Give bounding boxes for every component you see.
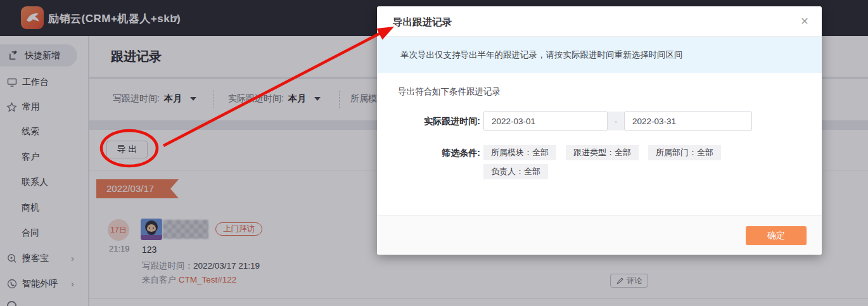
- chip-owner[interactable]: 负责人：全部: [483, 164, 548, 179]
- close-icon[interactable]: ✕: [798, 14, 812, 28]
- dialog-header: 导出跟进记录 ✕: [377, 6, 822, 37]
- confirm-button[interactable]: 确定: [746, 226, 807, 245]
- date-to-input[interactable]: [624, 112, 752, 131]
- export-dialog: 导出跟进记录 ✕ 单次导出仅支持导出半年的跟进记录，请按实际跟进时间重新选择时间…: [377, 6, 822, 255]
- dialog-footer: 确定: [377, 215, 822, 255]
- notice-text: 单次导出仅支持导出半年的跟进记录，请按实际跟进时间重新选择时间区间: [400, 49, 683, 61]
- chip-module[interactable]: 所属模块：全部: [483, 145, 556, 160]
- condition-heading: 导出符合如下条件跟进记录: [398, 86, 501, 98]
- date-range-label: 实际跟进时间:: [377, 116, 480, 127]
- chip-follow-type[interactable]: 跟进类型：全部: [566, 145, 639, 160]
- date-range-separator: -: [608, 112, 624, 131]
- date-from-input[interactable]: [483, 112, 608, 131]
- notice-banner: 单次导出仅支持导出半年的跟进记录，请按实际跟进时间重新选择时间区间: [377, 37, 822, 73]
- chip-department[interactable]: 所属部门：全部: [648, 145, 721, 160]
- date-range-group: -: [483, 112, 752, 131]
- dialog-title: 导出跟进记录: [393, 16, 452, 29]
- filter-conditions-label: 筛选条件:: [377, 148, 480, 159]
- filter-chips-row: 负责人：全部: [483, 164, 548, 179]
- filter-chips-row: 所属模块：全部 跟进类型：全部 所属部门：全部: [483, 145, 721, 160]
